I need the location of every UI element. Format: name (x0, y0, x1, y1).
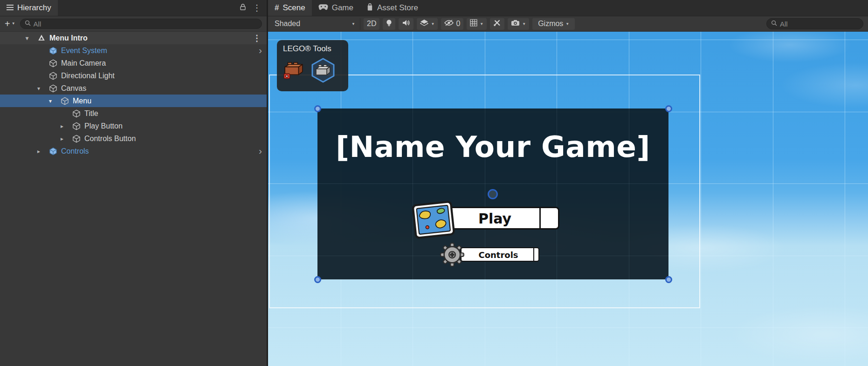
row-label: Menu (73, 97, 91, 105)
scene-tabbar: # Scene Game Asset Store (268, 0, 868, 16)
chevron-down-icon: ▼ (431, 22, 434, 26)
lego-tools-title: LEGO® Tools (283, 44, 342, 54)
scene-effects-dropdown[interactable]: ▼ (417, 18, 438, 30)
gear-icon (440, 243, 464, 269)
scene-tab-label: Scene (282, 3, 305, 13)
2d-label: 2D (367, 20, 376, 28)
tab-game[interactable]: Game (312, 0, 360, 16)
hierarchy-row-main-camera[interactable]: Main Camera (0, 57, 267, 69)
customize-tool-button[interactable] (490, 18, 504, 30)
gameobject-cube-icon (72, 122, 81, 130)
tab-asset-store[interactable]: Asset Store (360, 0, 425, 16)
scene-panel: # Scene Game Asset Store Shaded ▼ (268, 0, 868, 366)
grid-line (845, 32, 845, 366)
shading-mode-dropdown[interactable]: Shaded ▼ (271, 18, 360, 30)
effects-icon (420, 19, 428, 28)
tab-hierarchy[interactable]: Hierarchy (0, 0, 58, 16)
expander-closed-icon[interactable]: ▸ (58, 123, 66, 129)
toggle-2d-button[interactable]: 2D (364, 18, 379, 30)
gameobject-cube-icon (72, 109, 81, 118)
scene-name-label: Menu Intro (49, 34, 88, 42)
kebab-menu-icon[interactable]: ⋮ (253, 4, 261, 12)
pivot-handle[interactable] (488, 189, 498, 199)
row-label: Event System (61, 47, 107, 55)
hierarchy-row-controls-button[interactable]: ▸Controls Button (0, 132, 267, 145)
hierarchy-tabbar: Hierarchy ⋮ (0, 0, 267, 16)
expander-closed-icon[interactable]: ▸ (35, 148, 42, 155)
scene-hash-icon: # (275, 3, 279, 13)
hierarchy-tab-actions: ⋮ (240, 0, 267, 16)
selection-handle-top-left[interactable] (314, 105, 321, 112)
gameobject-cube-icon (49, 71, 58, 80)
brick-palette-icon[interactable] (310, 57, 336, 85)
tab-scene[interactable]: # Scene (268, 0, 312, 16)
unity-scene-icon (37, 34, 46, 42)
hierarchy-tree: ▾ Menu Intro ⋮ Event System›Main CameraD… (0, 32, 267, 366)
customize-tool-icon (493, 19, 501, 28)
game-tab-label: Game (332, 3, 353, 13)
brick-tool-icon[interactable] (283, 60, 304, 82)
row-label: Directional Light (61, 72, 115, 80)
camera-icon (511, 20, 520, 28)
scene-toolbar: Shaded ▼ 2D ▼ (268, 16, 868, 32)
hierarchy-panel: Hierarchy ⋮ + ▼ ▾ (0, 0, 267, 366)
expander-open-icon[interactable]: ▾ (23, 35, 31, 41)
prefab-open-chevron-icon[interactable]: › (259, 47, 262, 54)
scene-kebab-menu-icon[interactable]: ⋮ (253, 34, 261, 42)
scene-search-box[interactable] (766, 18, 863, 29)
grid-snap-dropdown[interactable]: ▼ (467, 18, 487, 30)
gameobject-cube-icon (49, 84, 58, 93)
plus-icon: + (5, 19, 10, 28)
hierarchy-scene-row[interactable]: ▾ Menu Intro ⋮ (0, 32, 267, 44)
hierarchy-search-row: + ▼ (0, 16, 267, 32)
grid-snap-icon (470, 19, 477, 28)
search-icon (25, 20, 31, 28)
hierarchy-row-play-button[interactable]: ▸Play Button (0, 120, 267, 132)
prefab-cube-icon (49, 46, 58, 55)
hierarchy-search-input[interactable] (34, 20, 257, 28)
hierarchy-row-title[interactable]: Title (0, 107, 267, 120)
unity-editor-window: Hierarchy ⋮ + ▼ ▾ (0, 0, 868, 366)
scene-search-input[interactable] (780, 20, 868, 28)
expander-closed-icon[interactable]: ▸ (58, 136, 66, 142)
play-button[interactable]: Play (448, 207, 559, 230)
grid-line (268, 327, 868, 328)
chevron-down-icon: ▼ (351, 22, 355, 26)
expander-open-icon[interactable]: ▾ (35, 85, 42, 92)
scene-audio-button[interactable] (399, 18, 413, 30)
grid-line (268, 40, 868, 40)
prefab-open-chevron-icon[interactable]: › (259, 147, 262, 155)
row-label: Canvas (61, 84, 86, 93)
chevron-down-icon: ▼ (565, 22, 569, 26)
selection-handle-top-right[interactable] (665, 105, 672, 112)
grid-line (701, 32, 701, 366)
hierarchy-row-canvas[interactable]: ▾Canvas (0, 82, 267, 95)
selection-handle-bottom-right[interactable] (665, 276, 672, 283)
light-icon (386, 19, 392, 29)
hierarchy-row-menu[interactable]: ▾Menu (0, 95, 267, 107)
hierarchy-row-event-system[interactable]: Event System› (0, 44, 267, 57)
controls-button[interactable]: Controls (461, 247, 539, 262)
hierarchy-search-box[interactable] (20, 19, 262, 29)
chevron-down-icon: ▼ (480, 22, 483, 26)
gizmos-label: Gizmos (538, 20, 563, 28)
expander-open-icon[interactable]: ▾ (47, 98, 54, 104)
lego-tools-panel: LEGO® Tools (277, 40, 348, 91)
shading-mode-label: Shaded (275, 20, 300, 28)
gameobject-cube-icon (72, 134, 81, 143)
grid-line (773, 32, 773, 366)
lock-icon[interactable] (240, 3, 246, 13)
prefab-cube-icon (49, 147, 58, 156)
chevron-down-icon: ▼ (522, 22, 526, 26)
scene-camera-dropdown[interactable]: ▼ (508, 18, 529, 30)
scene-viewport[interactable]: [Name Your Game] Play (268, 32, 868, 366)
scene-lighting-button[interactable] (383, 18, 395, 30)
hierarchy-row-controls[interactable]: ▸Controls› (0, 145, 267, 157)
selection-handle-bottom-left[interactable] (314, 276, 321, 283)
hierarchy-row-directional-light[interactable]: Directional Light (0, 69, 267, 82)
hidden-objects-button[interactable]: 0 (441, 18, 463, 30)
gizmos-dropdown[interactable]: Gizmos ▼ (532, 18, 575, 30)
game-title-text: [Name Your Game] (317, 130, 668, 164)
add-object-button[interactable]: + ▼ (5, 19, 15, 28)
chevron-down-icon: ▼ (12, 22, 15, 26)
